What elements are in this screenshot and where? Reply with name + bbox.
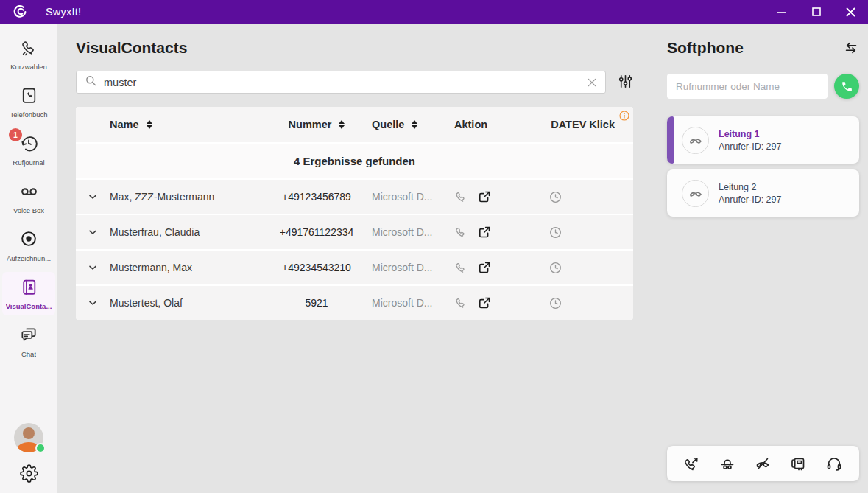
close-icon <box>846 7 855 17</box>
deskphone-button[interactable] <box>789 455 807 472</box>
contacts-table: Name Nummer Quelle Aktion DATEV Klick <box>76 107 633 320</box>
maximize-icon <box>812 7 821 16</box>
chevron-down-icon <box>87 262 99 273</box>
record-icon <box>19 229 38 251</box>
contact-name: Mustermann, Max <box>110 262 261 273</box>
sidebar-item-telefonbuch[interactable]: Telefonbuch <box>2 80 55 124</box>
call-contact-button[interactable] <box>454 190 467 203</box>
contact-row: Mustertest, Olaf 5921 Microsoft D... <box>76 284 633 320</box>
sidebar-item-chat[interactable]: Chat <box>2 320 55 363</box>
headset-button[interactable] <box>825 455 843 472</box>
datev-history-button[interactable] <box>548 190 562 204</box>
softphone-title: Softphone <box>667 39 744 57</box>
line-card-2[interactable]: Leitung 2 Anrufer-ID: 297 <box>667 169 859 217</box>
sidebar-item-label: Telefonbuch <box>10 111 47 119</box>
contact-source: Microsoft D... <box>372 297 454 309</box>
sidebar-item-label: Aufzeichnun... <box>7 254 51 262</box>
sidebar-item-aufzeichnungen[interactable]: Aufzeichnun... <box>2 224 55 268</box>
deskphone-icon <box>789 455 807 472</box>
sidebar-item-kurzwahlen[interactable]: Kurzwahlen <box>2 32 55 76</box>
result-count: 4 Ergebnisse gefunden <box>76 142 633 178</box>
visual-contacts-icon <box>20 278 38 299</box>
phone-icon <box>20 38 38 60</box>
datev-history-button[interactable] <box>548 296 562 310</box>
line-card-1[interactable]: Leitung 1 Anrufer-ID: 297 <box>667 116 859 164</box>
clear-search-button[interactable] <box>586 77 598 88</box>
minimize-button[interactable] <box>764 0 799 24</box>
external-link-icon <box>477 225 492 239</box>
open-contact-button[interactable] <box>477 189 492 204</box>
datev-history-button[interactable] <box>548 261 562 275</box>
dial-input[interactable] <box>667 74 828 99</box>
column-header-name: Name <box>110 119 139 130</box>
contact-row: Max, ZZZ-Mustermann +49123456789 Microso… <box>76 178 633 214</box>
contact-source: Microsoft D... <box>372 262 454 273</box>
call-contact-button[interactable] <box>454 296 467 310</box>
phone-icon <box>454 296 467 310</box>
sidebar-item-voicebox[interactable]: Voice Box <box>2 176 55 220</box>
handset-on-hook-icon <box>682 180 709 207</box>
expand-row-button[interactable] <box>87 191 99 203</box>
datev-history-button[interactable] <box>548 225 562 239</box>
expand-row-button[interactable] <box>87 262 99 273</box>
column-header-nummer: Nummer <box>289 119 332 130</box>
phone-outgoing-icon <box>683 455 700 472</box>
softphone-panel: Softphone Leitu <box>654 24 868 493</box>
sidebar-item-rufjournal[interactable]: 1 Rufjournal <box>2 128 55 172</box>
expand-row-button[interactable] <box>87 226 99 238</box>
chevron-down-icon <box>87 191 99 203</box>
reject-call-button[interactable] <box>754 455 772 472</box>
call-contact-button[interactable] <box>454 261 467 274</box>
call-history-icon <box>19 133 38 155</box>
sort-name-button[interactable] <box>147 120 152 129</box>
filter-button[interactable] <box>617 73 634 92</box>
forward-call-button[interactable] <box>683 455 700 472</box>
sort-quelle-button[interactable] <box>412 120 417 129</box>
column-header-quelle: Quelle <box>372 119 404 130</box>
phone-icon <box>454 190 467 203</box>
minimize-icon <box>777 7 786 17</box>
incognito-icon <box>719 455 736 472</box>
close-icon <box>586 77 598 88</box>
contact-search-input[interactable] <box>104 77 580 88</box>
clock-icon <box>548 225 562 239</box>
chevron-down-icon <box>87 226 99 238</box>
expand-row-button[interactable] <box>87 297 99 309</box>
chevron-down-icon <box>87 297 99 309</box>
line-caller-id: Anrufer-ID: 297 <box>719 141 781 152</box>
open-contact-button[interactable] <box>477 225 492 239</box>
maximize-button[interactable] <box>799 0 833 24</box>
line-label: Leitung 1 <box>719 129 781 139</box>
user-avatar[interactable] <box>14 423 43 452</box>
contact-name: Musterfrau, Claudia <box>110 226 261 238</box>
handset-on-hook-icon <box>682 127 709 154</box>
search-icon <box>84 74 98 91</box>
open-contact-button[interactable] <box>477 296 492 310</box>
sidebar-item-visualcontacts[interactable]: VisualConta... <box>2 272 55 315</box>
window-controls <box>764 0 868 24</box>
table-header: Name Nummer Quelle Aktion DATEV Klick <box>76 107 633 142</box>
page-title: VisualContacts <box>76 39 654 57</box>
column-header-datev: DATEV Klick <box>551 119 615 130</box>
headset-icon <box>825 455 843 472</box>
sort-nummer-button[interactable] <box>339 120 345 129</box>
call-transfer-button[interactable] <box>843 40 859 56</box>
info-icon <box>618 110 630 122</box>
contact-row: Mustermann, Max +49234543210 Microsoft D… <box>76 249 633 284</box>
voicemail-icon <box>19 181 39 204</box>
contact-number: +49234543210 <box>261 262 372 273</box>
datev-info-button[interactable] <box>618 110 630 122</box>
clock-icon <box>548 261 562 275</box>
filter-sliders-icon <box>617 73 634 92</box>
contact-number: 5921 <box>261 297 372 309</box>
anonymous-call-button[interactable] <box>719 455 736 472</box>
swyx-logo-icon <box>12 4 28 20</box>
call-contact-button[interactable] <box>454 225 467 239</box>
call-button[interactable] <box>834 74 859 99</box>
line-caller-id: Anrufer-ID: 297 <box>719 195 781 205</box>
settings-button[interactable] <box>20 464 38 486</box>
close-button[interactable] <box>833 0 868 24</box>
sidebar-item-label: Voice Box <box>13 206 44 214</box>
open-contact-button[interactable] <box>477 260 492 275</box>
unread-badge: 1 <box>9 128 22 141</box>
